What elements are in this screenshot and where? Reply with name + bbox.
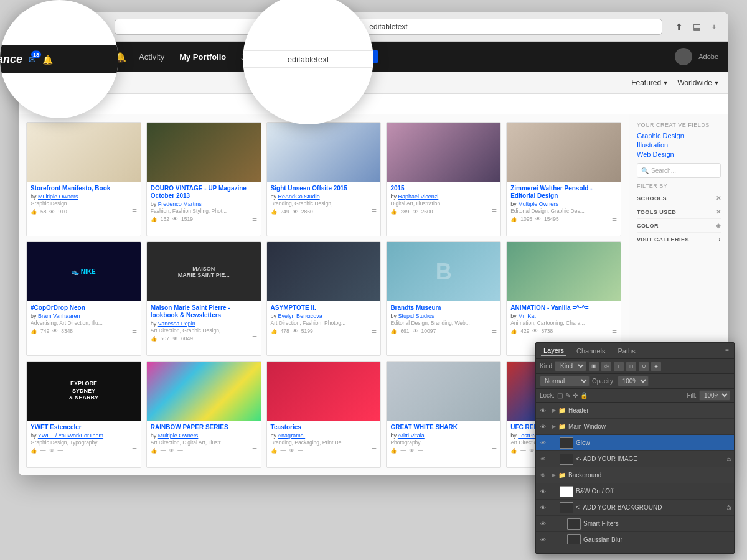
lock-position-icon[interactable]: ✛ <box>573 392 578 399</box>
ps-layer-row[interactable]: 👁 <- ADD YOUR IMAGE fx <box>536 451 734 467</box>
project-card[interactable]: 👟 NIKE #CopOrDrop Neon by Bram Vanhaaren… <box>26 241 141 356</box>
bookmark-icon[interactable]: ☰ <box>492 328 497 334</box>
project-card[interactable]: GREAT WHITE SHARK by Aritti Vitala Photo… <box>386 361 501 468</box>
url-input[interactable] <box>120 22 657 31</box>
author-link[interactable]: ReAndCo Studio <box>278 194 320 200</box>
author-link[interactable]: Frederico Martins <box>158 201 202 207</box>
blend-mode-select[interactable]: Normal <box>540 376 590 386</box>
bookmark-icon[interactable]: ☰ <box>612 328 617 334</box>
lock-label: Lock: <box>540 392 555 399</box>
project-card[interactable]: 2015 by Raphael Vicenzi Digital Art, Ill… <box>386 122 501 236</box>
ps-tab-channels[interactable]: Channels <box>574 346 608 356</box>
share-icon[interactable]: ⬆ <box>672 20 686 34</box>
project-card[interactable]: B Brandts Museum by Stupid Studios Edito… <box>386 241 501 356</box>
bookmark-icon[interactable]: ☰ <box>252 447 257 454</box>
layer-visibility-icon[interactable]: 👁 <box>538 487 547 496</box>
author-link[interactable]: Multiple Owners <box>518 201 558 207</box>
ps-layer-row[interactable]: 👁 <- ADD YOUR BACKGROUND fx <box>536 500 734 516</box>
layer-visibility-icon[interactable]: 👁 <box>538 439 547 447</box>
ps-pixel-icon[interactable]: ▣ <box>589 362 599 371</box>
ps-smart-icon[interactable]: ⊕ <box>639 362 649 371</box>
project-card[interactable]: ASYMPTOTE II. by Evelyn Bencicova Art Di… <box>266 241 382 356</box>
project-author: by Multiple Owners <box>31 194 137 200</box>
ps-type-icon[interactable]: T <box>614 362 624 371</box>
project-card[interactable]: Teastories by Anagrama. Branding, Packag… <box>266 361 382 468</box>
filter-row[interactable]: SCHOOLS✕ <box>637 192 721 205</box>
sidebar-icon[interactable]: ▤ <box>690 20 703 34</box>
layer-visibility-icon[interactable]: 👁 <box>538 536 547 544</box>
ps-layer-row[interactable]: 👁 Gaussian Blur <box>536 532 734 544</box>
bookmark-icon[interactable]: ☰ <box>132 328 137 334</box>
ps-layer-row[interactable]: 👁 Smart Filters <box>536 516 734 532</box>
new-tab-icon[interactable]: + <box>707 20 721 34</box>
author-link[interactable]: Evelyn Bencicova <box>278 313 322 319</box>
project-card[interactable]: Zimmerei Walther Pensold - Editorial Des… <box>506 122 621 236</box>
lock-all-icon[interactable]: 🔒 <box>580 392 588 399</box>
bookmark-icon[interactable]: ☰ <box>252 216 257 222</box>
layer-name: Header <box>568 407 731 414</box>
ps-tab-paths[interactable]: Paths <box>616 346 638 356</box>
ps-filter-icon[interactable]: ◈ <box>651 362 661 371</box>
bookmark-icon[interactable]: ☰ <box>252 335 257 342</box>
address-bar[interactable] <box>115 19 662 35</box>
ps-panel-menu[interactable]: ≡ <box>725 347 729 354</box>
bookmark-icon[interactable]: ☰ <box>372 328 377 334</box>
author-link[interactable]: Stupid Studios <box>398 313 434 319</box>
visit-galleries-button[interactable]: VISIT GALLERIES › <box>637 233 721 246</box>
layer-visibility-icon[interactable]: 👁 <box>538 520 547 528</box>
layer-visibility-icon[interactable]: 👁 <box>538 503 547 512</box>
opacity-select[interactable]: 100% <box>618 376 649 386</box>
likes-count: 162 <box>161 216 169 222</box>
user-avatar[interactable] <box>675 48 692 65</box>
project-card[interactable]: Sight Unseen Offsite 2015 by ReAndCo Stu… <box>266 122 382 236</box>
layer-visibility-icon[interactable]: 👁 <box>538 406 547 415</box>
lock-transparent-icon[interactable]: ◫ <box>557 392 563 399</box>
author-link[interactable]: Multiple Owners <box>38 194 78 200</box>
creative-field-item[interactable]: Illustration <box>637 141 721 149</box>
filter-row[interactable]: TOOLS USED✕ <box>637 205 721 219</box>
filter-row[interactable]: COLOR◈ <box>637 219 721 233</box>
author-link[interactable]: Bram Vanhaaren <box>38 313 80 319</box>
creative-field-item[interactable]: Web Design <box>637 151 721 158</box>
fill-select[interactable]: 100% <box>699 390 730 401</box>
project-card[interactable]: MAISONMARIE SAINT PIE... Maison Marie Sa… <box>146 241 261 356</box>
ps-shape-icon[interactable]: ◻ <box>626 362 636 371</box>
bookmark-icon[interactable]: ☰ <box>372 208 377 215</box>
layer-visibility-icon[interactable]: 👁 <box>538 471 547 480</box>
author-link[interactable]: YWFT / YouWorkForThem <box>38 432 103 439</box>
bookmark-icon[interactable]: ☰ <box>612 216 617 222</box>
project-card[interactable]: DOURO VINTAGE - UP Magazine October 2013… <box>146 122 261 236</box>
ps-layer-row[interactable]: 👁 ▶ 📁 Main Window <box>536 419 734 435</box>
author-link[interactable]: Raphael Vicenzi <box>398 194 438 200</box>
bookmark-icon[interactable]: ☰ <box>492 447 497 454</box>
bookmark-icon[interactable]: ☰ <box>132 447 137 454</box>
location-filter[interactable]: Worldwide ▾ <box>677 78 718 87</box>
project-card[interactable]: RAINBOW PAPER SERIES by Multiple Owners … <box>146 361 261 468</box>
project-card[interactable]: EXPLORESYDNEY& NEARBY YWFT Estenceler by… <box>26 361 141 468</box>
featured-filter[interactable]: Featured ▾ <box>631 78 667 87</box>
author-link[interactable]: Multiple Owners <box>158 432 199 439</box>
ps-layer-row[interactable]: 👁 ▶ 📁 Header <box>536 403 734 419</box>
ps-layer-row[interactable]: 👁 Glow <box>536 435 734 451</box>
project-card[interactable]: Storefront Manifesto, Book by Multiple O… <box>26 122 141 236</box>
nav-activity[interactable]: Activity <box>139 52 164 62</box>
layer-visibility-icon[interactable]: 👁 <box>538 455 547 464</box>
bookmark-icon[interactable]: ☰ <box>372 447 377 454</box>
author-link[interactable]: Aritti Vitala <box>398 432 425 439</box>
ps-tab-layers[interactable]: Layers <box>541 345 566 356</box>
author-link[interactable]: Vanessa Pepin <box>158 320 195 327</box>
ps-layer-row[interactable]: 👁 ▶ 📁 Background <box>536 467 734 483</box>
bookmark-icon[interactable]: ☰ <box>132 208 137 215</box>
layer-visibility-icon[interactable]: 👁 <box>538 422 547 431</box>
search-box[interactable]: 🔍 Search... <box>637 163 721 178</box>
lock-paint-icon[interactable]: ✎ <box>565 392 570 399</box>
author-link[interactable]: Mr. Kat <box>518 313 536 319</box>
kind-select[interactable]: Kind <box>555 361 586 371</box>
project-card[interactable]: ANIMATION - Vanilla =^·^= by Mr. Kat Ani… <box>506 241 621 356</box>
ps-layer-row[interactable]: 👁 B&W On / Off <box>536 483 734 500</box>
author-link[interactable]: Anagrama. <box>278 432 305 439</box>
ps-adjust-icon[interactable]: ◎ <box>601 362 611 371</box>
nav-portfolio[interactable]: My Portfolio <box>179 52 226 62</box>
creative-field-item[interactable]: Graphic Design <box>637 132 721 139</box>
bookmark-icon[interactable]: ☰ <box>492 208 497 215</box>
